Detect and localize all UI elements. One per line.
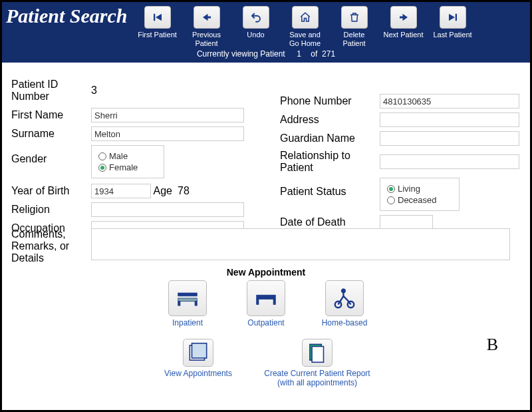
last-patient-button[interactable]: Last Patient [432, 6, 473, 48]
svg-rect-17 [192, 343, 207, 358]
patient-status-label: Patient Status [280, 178, 380, 198]
patient-id-value: 3 [91, 85, 104, 97]
age-label: Age [151, 185, 178, 197]
calendar-icon [183, 339, 213, 367]
yob-input[interactable] [91, 184, 151, 198]
first-name-input[interactable] [91, 108, 244, 122]
gender-female-radio[interactable]: Female [98, 162, 157, 172]
previous-patient-button[interactable]: Previous Patient [186, 6, 227, 48]
view-appointments-button[interactable]: View Appointments [162, 339, 235, 388]
status-prefix: Currently viewing Patient [197, 49, 285, 59]
next-patient-button[interactable]: Next Patient [383, 6, 424, 48]
religion-label: Religion [11, 204, 91, 216]
bed-out-icon [247, 280, 285, 316]
address-label: Address [280, 114, 380, 126]
patient-id-label: Patient ID Number [11, 79, 91, 103]
svg-marker-2 [203, 14, 211, 21]
gender-group: Male Female [91, 145, 164, 178]
status-group: Living Deceased [380, 178, 460, 211]
homebased-button[interactable]: Home-based [315, 280, 374, 328]
status-index: 1 [292, 49, 307, 59]
status-deceased-radio[interactable]: Deceased [387, 195, 452, 205]
svg-rect-8 [178, 302, 180, 306]
last-icon [440, 6, 466, 29]
age-value: 78 [178, 185, 190, 197]
status-of: of [311, 49, 317, 59]
svg-rect-4 [455, 14, 456, 21]
address-input[interactable] [380, 112, 519, 127]
gender-label: Gender [11, 145, 91, 165]
surname-label: Surname [11, 128, 91, 140]
first-patient-button[interactable]: First Patient [137, 6, 178, 48]
home-icon [292, 6, 319, 29]
svg-rect-11 [257, 300, 259, 305]
status-living-radio[interactable]: Living [387, 184, 452, 194]
status-total: 271 [322, 49, 335, 59]
radio-icon [98, 164, 106, 172]
svg-rect-0 [154, 14, 155, 21]
comments-label: Comments, Remarks, or Details [11, 228, 91, 264]
svg-rect-9 [195, 302, 197, 306]
svg-marker-3 [400, 14, 408, 21]
surname-input[interactable] [91, 126, 244, 141]
svg-rect-6 [178, 293, 198, 296]
svg-marker-1 [156, 14, 162, 21]
prev-icon [194, 6, 220, 29]
relationship-input[interactable] [380, 154, 519, 169]
svg-rect-7 [178, 298, 198, 302]
yob-label: Year of Birth [11, 185, 91, 197]
figure-label: B [487, 335, 498, 355]
create-report-button[interactable]: Create Current Patient Report (with all … [264, 339, 370, 388]
radio-icon [387, 196, 395, 204]
svg-marker-5 [449, 14, 455, 21]
guardian-input[interactable] [380, 131, 519, 146]
first-icon [144, 6, 171, 29]
save-home-button[interactable]: Save and Go Home [285, 6, 326, 48]
new-appointment-title: New Appointment [2, 267, 530, 278]
motorcycle-icon [325, 280, 364, 316]
delete-icon [341, 6, 368, 29]
toolbar: First Patient Previous Patient Undo Save… [137, 6, 473, 48]
undo-button[interactable]: Undo [235, 6, 277, 48]
svg-rect-19 [312, 347, 323, 363]
first-name-label: First Name [11, 109, 91, 121]
report-icon [302, 339, 332, 367]
bed-icon [168, 280, 207, 316]
radio-icon [387, 185, 395, 193]
dod-input[interactable] [380, 215, 433, 230]
next-icon [390, 6, 417, 29]
comments-input[interactable] [91, 228, 510, 260]
relationship-label: Relationship to Patient [280, 150, 380, 174]
phone-label: Phone Number [280, 95, 380, 107]
inpatient-button[interactable]: Inpatient [158, 280, 217, 328]
page-title: Patient Search [6, 5, 128, 27]
dod-label: Date of Death [280, 216, 380, 228]
svg-rect-12 [273, 300, 275, 305]
gender-male-radio[interactable]: Male [98, 151, 157, 161]
header-bar: Patient Search First Patient Previous Pa… [2, 2, 530, 48]
status-bar: Currently viewing Patient 1 of 271 [2, 48, 530, 63]
phone-input[interactable] [380, 94, 519, 108]
outpatient-button[interactable]: Outpatient [236, 280, 296, 328]
svg-rect-10 [257, 295, 276, 299]
radio-icon [98, 152, 106, 160]
undo-icon [243, 6, 269, 29]
guardian-label: Guardian Name [280, 132, 380, 144]
delete-patient-button[interactable]: Delete Patient [334, 6, 375, 48]
religion-input[interactable] [91, 202, 244, 217]
